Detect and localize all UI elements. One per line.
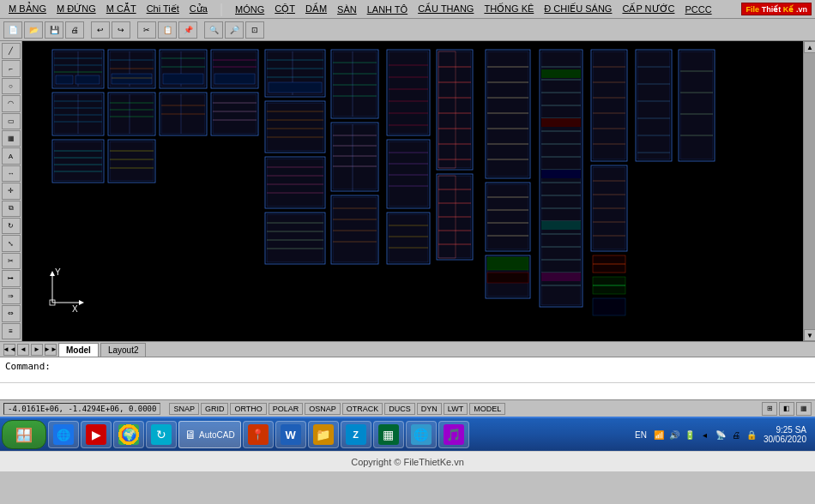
status-ducs[interactable]: DUCS — [384, 403, 415, 415]
tool-rotate[interactable]: ↻ — [2, 218, 21, 234]
menu-item-cot[interactable]: CỘT — [269, 2, 300, 16]
layout-nav-last[interactable]: ►► — [45, 344, 57, 356]
menu-item-cap-nuoc[interactable]: CẤP NƯỚC — [617, 2, 679, 16]
toolbar-copy[interactable]: 📋 — [158, 21, 177, 39]
tool-scale[interactable]: ⤡ — [2, 235, 21, 251]
menu-item-chi-tiet[interactable]: Chi Tiết — [142, 2, 184, 16]
toolbar-print[interactable]: 🖨 — [65, 21, 84, 39]
toolbar-undo[interactable]: ↩ — [91, 21, 110, 39]
status-polar[interactable]: POLAR — [269, 403, 304, 415]
system-tray: EN 📶 🔊 🔋 ◂ 📡 🖨 🔒 9:25 SA 30/06/2020 — [631, 425, 813, 444]
toolbar-save[interactable]: 💾 — [45, 21, 63, 39]
clock-date: 30/06/2020 — [764, 435, 806, 444]
menu-item-d-chieu-sang[interactable]: Đ CHIẾU SÁNG — [539, 2, 617, 16]
menu-item-m-bang[interactable]: M BẢNG — [3, 2, 51, 16]
taskbar-browser[interactable]: 🌐 — [406, 421, 437, 448]
scroll-track[interactable] — [804, 53, 815, 329]
tool-rectangle[interactable]: ▭ — [2, 113, 21, 129]
svg-rect-126 — [438, 51, 471, 168]
status-otrack[interactable]: OTRACK — [342, 403, 383, 415]
tool-properties[interactable]: ≡ — [2, 323, 21, 339]
menu-item-mong[interactable]: MÓNG — [230, 3, 269, 16]
logo-box[interactable]: File Thiết Kế .vn — [741, 3, 812, 15]
taskbar-music[interactable]: 🎵 — [438, 421, 469, 448]
taskbar-word[interactable]: W — [275, 421, 306, 448]
toolbar-redo[interactable]: ↪ — [112, 21, 130, 39]
layout-nav-next[interactable]: ► — [31, 344, 43, 356]
tab-layout2[interactable]: Layout2 — [100, 343, 147, 357]
svg-rect-144 — [487, 51, 528, 177]
status-model[interactable]: MODEL — [469, 403, 505, 415]
status-dyn[interactable]: DYN — [417, 403, 442, 415]
start-button[interactable]: 🪟 — [2, 420, 46, 449]
toolbar-zoom-in[interactable]: 🔍 — [204, 21, 223, 39]
tool-offset[interactable]: ⇒ — [2, 288, 21, 304]
tool-text[interactable]: A — [2, 147, 21, 164]
status-ortho[interactable]: ORTHO — [230, 403, 266, 415]
tray-icon-3[interactable]: 🔒 — [745, 428, 758, 441]
taskbar-zalo[interactable]: Z — [341, 421, 371, 448]
system-clock[interactable]: 9:25 SA 30/06/2020 — [760, 425, 810, 444]
menu-item-cau-thang[interactable]: CẦU THANG — [413, 2, 479, 16]
status-icon-3[interactable]: ▦ — [796, 402, 812, 416]
status-snap[interactable]: SNAP — [169, 403, 199, 415]
cad-viewport[interactable]: Y X — [22, 41, 803, 341]
tool-arc[interactable]: ◠ — [2, 95, 21, 111]
status-icon-1[interactable]: ⊞ — [762, 402, 777, 416]
status-grid[interactable]: GRID — [201, 403, 229, 415]
toolbar-open[interactable]: 📂 — [24, 21, 43, 39]
taskbar-media[interactable]: ▶ — [81, 421, 112, 448]
menu-item-m-dung[interactable]: M ĐỨNG — [51, 2, 101, 16]
scroll-up-button[interactable]: ▲ — [804, 41, 815, 53]
svg-rect-184 — [541, 170, 581, 178]
tool-mirror[interactable]: ⇔ — [2, 305, 21, 321]
tool-polyline[interactable]: ⌐ — [2, 60, 21, 76]
taskbar-chrome[interactable]: 🌍 — [113, 421, 144, 448]
taskbar-autocad-window[interactable]: 🖥 AutoCAD — [178, 421, 241, 448]
taskbar-ie[interactable]: 🌐 — [48, 421, 79, 448]
menu-item-pccc[interactable]: PCCC — [679, 3, 716, 16]
menu-item-thong-ke[interactable]: THỐNG KÊ — [479, 2, 539, 16]
tray-icon-1[interactable]: 📡 — [714, 428, 727, 441]
tool-circle[interactable]: ○ — [2, 78, 21, 94]
toolbar-zoom-extent[interactable]: ⊡ — [245, 21, 264, 39]
taskbar-app-pin[interactable]: 📍 — [243, 421, 274, 448]
status-lwt[interactable]: LWT — [444, 403, 468, 415]
tab-model[interactable]: Model — [58, 343, 99, 357]
tray-icon-2[interactable]: 🖨 — [729, 428, 743, 441]
status-icon-2[interactable]: ◧ — [779, 402, 794, 416]
menu-item-cua[interactable]: Cửa — [184, 2, 213, 16]
tool-line[interactable]: ╱ — [2, 43, 21, 59]
status-osnap[interactable]: OSNAP — [305, 403, 341, 415]
svg-rect-8 — [75, 75, 100, 84]
menu-item-lanh-to[interactable]: LANH TÔ — [362, 3, 413, 16]
svg-rect-57 — [110, 141, 154, 181]
tray-arrow[interactable]: ◂ — [698, 428, 712, 441]
svg-rect-216 — [680, 51, 713, 159]
tray-battery[interactable]: 🔋 — [683, 428, 697, 441]
tool-move[interactable]: ✛ — [2, 183, 21, 199]
tray-network[interactable]: 📶 — [652, 428, 666, 441]
toolbar-zoom-out[interactable]: 🔎 — [225, 21, 244, 39]
taskbar-app-grid[interactable]: ▦ — [373, 421, 404, 448]
tool-hatch[interactable]: ▦ — [2, 130, 21, 147]
tool-trim[interactable]: ✂ — [2, 253, 21, 269]
scroll-down-button[interactable]: ▼ — [804, 329, 815, 341]
tool-extend[interactable]: ↦ — [2, 270, 21, 286]
right-scrollbar[interactable]: ▲ ▼ — [803, 41, 815, 341]
svg-rect-51 — [54, 141, 102, 181]
tray-sound[interactable]: 🔊 — [667, 428, 681, 441]
svg-rect-161 — [487, 273, 528, 283]
menu-item-m-cat[interactable]: M CẮT — [101, 2, 142, 16]
toolbar-new[interactable]: 📄 — [3, 21, 22, 39]
menu-item-dam[interactable]: DẦM — [300, 2, 332, 16]
layout-nav-first[interactable]: ◄◄ — [3, 344, 15, 356]
tool-copy[interactable]: ⧉ — [2, 201, 21, 217]
menu-item-san[interactable]: SÀN — [332, 3, 362, 16]
tool-dimension[interactable]: ↔ — [2, 165, 21, 182]
taskbar-refresh[interactable]: ↻ — [146, 421, 177, 448]
toolbar-paste[interactable]: 📌 — [178, 21, 197, 39]
toolbar-cut[interactable]: ✂ — [137, 21, 156, 39]
layout-nav-prev[interactable]: ◄ — [17, 344, 29, 356]
taskbar-explorer[interactable]: 📁 — [308, 421, 339, 448]
